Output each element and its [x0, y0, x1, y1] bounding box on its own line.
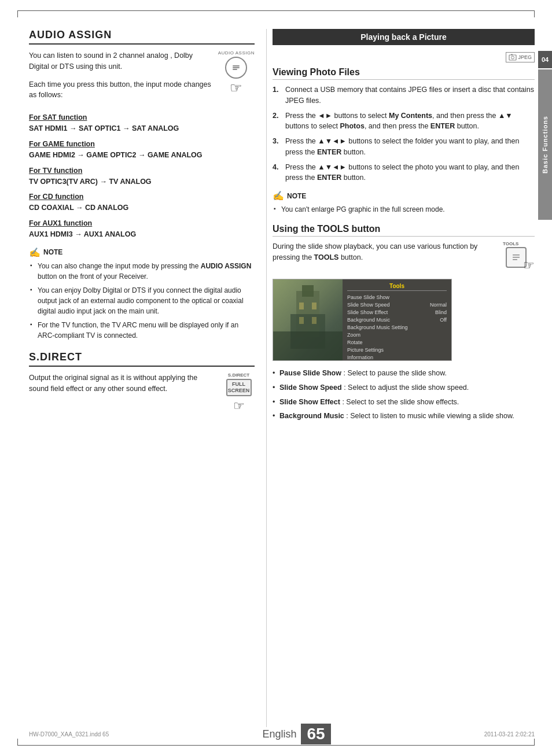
step-4-num: 4.	[273, 162, 282, 184]
tools-section: Using the TOOLS button During the slide …	[273, 224, 535, 422]
menu-screenshot-inner: Tools Pause Slide Show Slide Show Speed …	[273, 279, 451, 360]
right-header: Playing back a Picture	[273, 29, 535, 45]
note-pen-icon-2: ✍	[273, 190, 284, 201]
step-2-text: Press the ◄► buttons to select My Conten…	[285, 110, 535, 132]
viewing-photos-note: ✍ NOTE You can't enlarge PG graphic in t…	[273, 190, 535, 215]
audio-assign-title: AUDIO ASSIGN	[29, 29, 255, 45]
svg-rect-12	[273, 331, 343, 360]
bullet-effect-desc: : Select to set the slide show effects.	[342, 398, 459, 406]
svg-rect-10	[302, 285, 314, 297]
audio-icon	[231, 62, 241, 73]
menu-item-bgmusic-setting: Background Music Setting	[347, 323, 447, 331]
note-item-3: For the TV function, the TV ARC menu wil…	[29, 320, 255, 341]
jpeg-label: JPEG	[518, 54, 532, 60]
note-item-2: You can enjoy Dolby Digital or DTS if yo…	[29, 285, 255, 316]
note-item-1: You can also change the input mode by pr…	[29, 261, 255, 282]
step-2: 2. Press the ◄► buttons to select My Con…	[273, 110, 535, 132]
chapter-label: Basic Functions	[542, 116, 549, 174]
sdirect-intro-area: Output the original signal as it is with…	[29, 373, 255, 414]
menu-item-information: Information	[347, 353, 447, 361]
page-number: 65	[301, 724, 330, 744]
audio-assign-intro-area: AUDIO ASSIGN ☞ You can listen to sound i…	[29, 50, 255, 108]
tools-icon	[511, 252, 521, 263]
viewing-photos-section: Viewing Photo Files 1. Connect a USB mem…	[273, 67, 535, 215]
camera-icon	[509, 53, 517, 61]
game-function-content: GAME HDMI2 → GAME OPTIC2 → GAME ANALOG	[29, 150, 255, 161]
tools-bold: TOOLS	[314, 253, 339, 261]
menu-item-speed: Slide Show Speed Normal	[347, 301, 447, 308]
svg-point-4	[511, 56, 514, 59]
bullet-speed-desc: : Select to adjust the slide show speed.	[344, 383, 469, 392]
right-column: Playing back a Picture JPEG Viewing Phot…	[266, 29, 535, 727]
tower-svg	[273, 279, 343, 360]
menu-item-effect: Slide Show Effect Blind	[347, 308, 447, 316]
step-3-num: 3.	[273, 136, 282, 158]
svg-rect-3	[509, 55, 516, 60]
chapter-tab: Basic Functions	[538, 69, 552, 220]
page-border-right	[534, 10, 535, 17]
bullet-speed-label: Slide Show Speed	[279, 383, 342, 392]
svg-rect-0	[233, 65, 240, 67]
svg-rect-6	[513, 255, 520, 256]
footer-left-text: HW-D7000_XAA_0321.indd 65	[29, 731, 109, 737]
footer-right-text: 2011-03-21 2:02:21	[484, 731, 535, 737]
main-container: AUDIO ASSIGN AUDIO ASSIGN ☞ You can list…	[29, 29, 535, 727]
sdirect-button-icon: S.DIRECT FULL SCREEN ☞	[223, 373, 255, 414]
svg-rect-13	[299, 303, 304, 309]
bullet-pause-desc: : Select to pause the slide show.	[343, 369, 447, 377]
sdirect-button-text: FULL SCREEN	[228, 381, 250, 394]
note-pen-icon: ✍	[29, 247, 41, 258]
menu-item-bgmusic: Background Music Off	[347, 316, 447, 323]
svg-rect-14	[312, 303, 317, 309]
jpeg-icon-area: JPEG	[273, 52, 535, 62]
note-header: ✍ NOTE	[29, 247, 255, 258]
step-1-text: Connect a USB memory that contains JPEG …	[285, 84, 535, 106]
step-3-text: Press the ▲▼◄► buttons to select the fol…	[285, 136, 535, 158]
game-function-label: For GAME function	[29, 140, 255, 148]
audio-assign-section: AUDIO ASSIGN AUDIO ASSIGN ☞ You can list…	[29, 29, 255, 341]
sat-function-label: For SAT function	[29, 113, 255, 121]
tv-function-label: For TV function	[29, 167, 255, 175]
sdirect-title: S.DIRECT	[29, 351, 255, 367]
tools-title: Using the TOOLS button	[273, 224, 535, 237]
sdirect-hand-icon: ☞	[223, 399, 255, 414]
audio-assign-note: ✍ NOTE You can also change the input mod…	[29, 247, 255, 341]
svg-rect-5	[511, 54, 513, 56]
viewing-note-item-1: You can't enlarge PG graphic in the full…	[273, 204, 535, 215]
step-4-text: Press the ▲▼◄► buttons to select the pho…	[285, 162, 535, 184]
step-1-num: 1.	[273, 84, 282, 106]
jpeg-badge: JPEG	[506, 52, 535, 62]
tools-menu-screenshot: Tools Pause Slide Show Slide Show Speed …	[273, 279, 452, 361]
bullet-bgmusic-label: Background Music	[279, 412, 344, 420]
tools-button-label: TOOLS	[503, 241, 518, 246]
menu-item-picture-settings: Picture Settings	[347, 346, 447, 353]
audio-assign-button-label: AUDIO ASSIGN	[218, 50, 255, 56]
page-border-top	[17, 10, 535, 11]
tools-hand-icon: ☞	[523, 258, 535, 273]
svg-rect-2	[233, 69, 237, 70]
sdirect-intro: Output the original signal as it is with…	[29, 373, 218, 394]
tv-function-content: TV OPTIC3(TV ARC) → TV ANALOG	[29, 176, 255, 187]
page-border-left	[17, 10, 18, 17]
viewing-photos-steps: 1. Connect a USB memory that contains JP…	[273, 84, 535, 183]
svg-rect-15	[299, 317, 304, 324]
bullet-pause-label: Pause Slide Show	[279, 369, 341, 377]
left-column: AUDIO ASSIGN AUDIO ASSIGN ☞ You can list…	[29, 29, 266, 727]
cd-function-content: CD COAXIAL → CD ANALOG	[29, 202, 255, 213]
viewing-note-header: ✍ NOTE	[273, 190, 535, 201]
language-label: English	[262, 728, 296, 740]
tools-button-icon: TOOLS ☞	[503, 241, 535, 273]
page-footer: HW-D7000_XAA_0321.indd 65 English 65 201…	[29, 724, 535, 744]
bullet-effect: Slide Show Effect : Select to set the sl…	[273, 397, 535, 408]
viewing-note-label: NOTE	[287, 192, 306, 200]
bullet-bgmusic-desc: : Select to listen to music while viewin…	[346, 412, 514, 420]
sdirect-button-box: FULL SCREEN	[226, 379, 252, 396]
tools-menu-panel: Tools Pause Slide Show Slide Show Speed …	[343, 279, 451, 360]
note-label: NOTE	[43, 248, 62, 256]
sat-function-content: SAT HDMI1 → SAT OPTIC1 → SAT ANALOG	[29, 123, 255, 134]
svg-rect-16	[312, 317, 317, 324]
menu-panel-title: Tools	[347, 283, 447, 291]
page-border-left-bottom	[17, 739, 18, 746]
svg-rect-8	[513, 259, 517, 260]
step-2-num: 2.	[273, 110, 282, 132]
